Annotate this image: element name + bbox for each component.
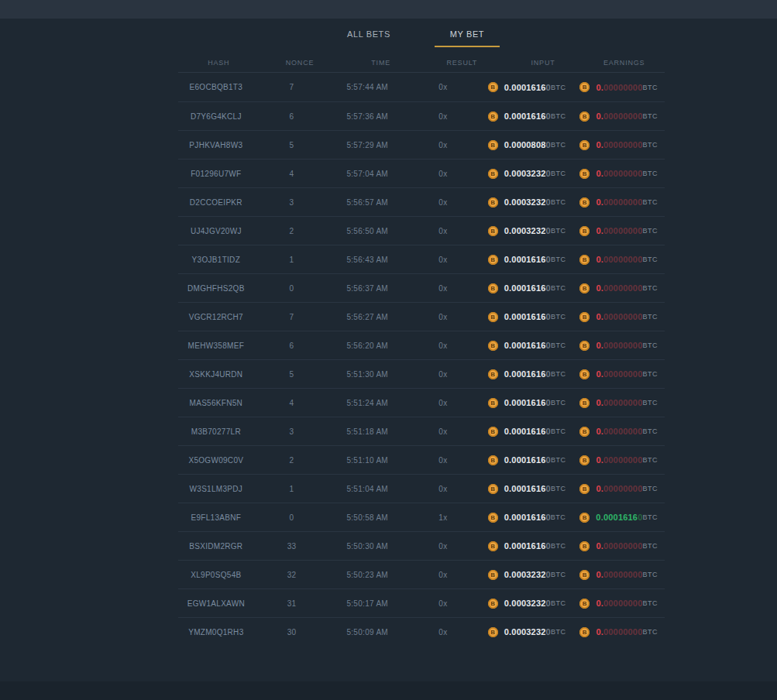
earnings-amount: 0.00000000 — [596, 83, 642, 92]
input-currency-label: BTC — [551, 370, 566, 378]
table-row: M3B70277LR 3 5:51:18 AM 0x B 0.00016160 … — [178, 417, 665, 445]
tab-my-bet[interactable]: MY BET — [421, 29, 514, 39]
nonce-cell: 32 — [254, 571, 330, 579]
result-cell: 0x — [405, 170, 481, 178]
hash-cell: E6OCBQB1T3 — [178, 83, 254, 91]
input-amount: 0.00032320 — [504, 226, 551, 235]
hash-cell: X5OGW09C0V — [178, 456, 254, 465]
time-cell: 5:50:30 AM — [329, 542, 405, 551]
table-row: BSXIDM2RGR 33 5:50:30 AM 0x B 0.00016160… — [178, 531, 665, 560]
hash-cell: MAS56KFN5N — [178, 399, 254, 407]
time-cell: 5:50:09 AM — [329, 628, 405, 637]
column-header-time: TIME — [340, 59, 421, 67]
earnings-currency-label: BTC — [643, 427, 658, 435]
result-cell: 0x — [405, 341, 481, 350]
table-row: DMGHFHS2QB 0 5:56:37 AM 0x B 0.00016160 … — [178, 273, 665, 302]
earnings-cell: B 0.00000000 BTC — [572, 627, 665, 637]
btc-coin-icon: B — [488, 627, 498, 637]
btc-coin-icon: B — [488, 169, 498, 179]
nonce-cell: 2 — [254, 456, 330, 465]
btc-coin-icon: B — [579, 541, 590, 551]
nonce-cell: 30 — [254, 628, 330, 637]
earnings-cell: B 0.00000000 BTC — [572, 283, 665, 293]
input-currency-label: BTC — [551, 313, 566, 321]
footer-bar — [0, 681, 777, 700]
earnings-currency-label: BTC — [643, 313, 658, 321]
table-row: XSKKJ4URDN 5 5:51:30 AM 0x B 0.00016160 … — [178, 359, 665, 388]
input-amount: 0.00032320 — [504, 570, 551, 579]
input-currency-label: BTC — [551, 198, 566, 206]
table-row: MAS56KFN5N 4 5:51:24 AM 0x B 0.00016160 … — [178, 388, 665, 417]
nonce-cell: 4 — [254, 170, 330, 178]
hash-cell: M3B70277LR — [178, 427, 254, 436]
table-row: Y3OJB1TIDZ 1 5:56:43 AM 0x B 0.00016160 … — [178, 245, 665, 273]
tab-all-bets[interactable]: ALL BETS — [322, 29, 415, 39]
btc-coin-icon: B — [579, 226, 590, 236]
input-currency-label: BTC — [551, 427, 566, 435]
earnings-cell: B 0.00000000 BTC — [572, 341, 665, 351]
btc-coin-icon: B — [579, 112, 590, 122]
input-cell: B 0.00016160 BTC — [481, 341, 573, 351]
input-amount: 0.00016160 — [504, 255, 551, 264]
table-row: PJHKVAH8W3 5 5:57:29 AM 0x B 0.00008080 … — [178, 130, 665, 159]
input-currency-label: BTC — [551, 170, 566, 177]
table-row: X5OGW09C0V 2 5:51:10 AM 0x B 0.00016160 … — [178, 445, 665, 474]
time-cell: 5:50:58 AM — [329, 513, 405, 522]
input-cell: B 0.00016160 BTC — [481, 312, 573, 322]
hash-cell: DMGHFHS2QB — [178, 284, 254, 293]
result-cell: 0x — [405, 227, 481, 235]
earnings-currency-label: BTC — [643, 141, 658, 149]
input-currency-label: BTC — [551, 84, 566, 91]
earnings-cell: B 0.00000000 BTC — [572, 484, 665, 494]
hash-cell: D7Y6G4KCLJ — [178, 112, 254, 121]
earnings-amount: 0.00000000 — [596, 369, 642, 379]
hash-cell: D2CCOEIPKR — [178, 198, 254, 207]
earnings-cell: B 0.00000000 BTC — [572, 427, 665, 437]
hash-cell: XSKKJ4URDN — [178, 370, 254, 379]
input-amount: 0.00016160 — [504, 484, 551, 493]
earnings-currency-label: BTC — [643, 628, 658, 636]
earnings-currency-label: BTC — [643, 112, 658, 120]
nonce-cell: 31 — [254, 599, 330, 608]
btc-coin-icon: B — [579, 513, 590, 523]
input-currency-label: BTC — [551, 112, 566, 120]
btc-coin-icon: B — [579, 484, 590, 494]
btc-coin-icon: B — [488, 197, 498, 208]
result-cell: 0x — [405, 83, 481, 91]
input-currency-label: BTC — [551, 341, 566, 349]
earnings-amount: 0.00000000 — [596, 312, 642, 321]
input-amount: 0.00016160 — [504, 112, 551, 121]
earnings-cell: B 0.00000000 BTC — [572, 312, 665, 322]
nonce-cell: 0 — [254, 284, 330, 293]
result-cell: 0x — [405, 427, 481, 436]
input-cell: B 0.00016160 BTC — [481, 427, 573, 437]
btc-coin-icon: B — [488, 140, 498, 150]
btc-coin-icon: B — [579, 82, 590, 92]
table-row: EGW1ALXAWN 31 5:50:17 AM 0x B 0.00032320… — [178, 588, 665, 617]
active-tab-underline — [435, 46, 500, 47]
btc-coin-icon: B — [579, 255, 590, 265]
earnings-cell: B 0.00016160 BTC — [572, 513, 665, 523]
nonce-cell: 1 — [254, 256, 330, 264]
input-cell: B 0.00008080 BTC — [481, 140, 573, 150]
nonce-cell: 6 — [254, 112, 330, 121]
input-cell: B 0.00032320 BTC — [481, 169, 573, 179]
input-currency-label: BTC — [551, 227, 566, 235]
table-row: UJ4JGV20WJ 2 5:56:50 AM 0x B 0.00032320 … — [178, 216, 665, 245]
earnings-cell: B 0.00000000 BTC — [572, 599, 665, 609]
input-currency-label: BTC — [551, 456, 566, 464]
earnings-amount: 0.00000000 — [596, 169, 642, 178]
btc-coin-icon: B — [579, 455, 590, 465]
earnings-currency-label: BTC — [643, 599, 658, 607]
btc-coin-icon: B — [579, 398, 590, 408]
earnings-currency-label: BTC — [643, 84, 658, 91]
btc-coin-icon: B — [579, 312, 590, 322]
earnings-currency-label: BTC — [643, 284, 658, 292]
input-amount: 0.00016160 — [504, 427, 551, 436]
column-header-hash: HASH — [178, 59, 260, 67]
btc-coin-icon: B — [488, 570, 498, 580]
hash-cell: E9FL13ABNF — [178, 513, 254, 522]
btc-coin-icon: B — [579, 169, 590, 179]
result-cell: 0x — [405, 284, 481, 293]
input-cell: B 0.00032320 BTC — [481, 570, 573, 580]
